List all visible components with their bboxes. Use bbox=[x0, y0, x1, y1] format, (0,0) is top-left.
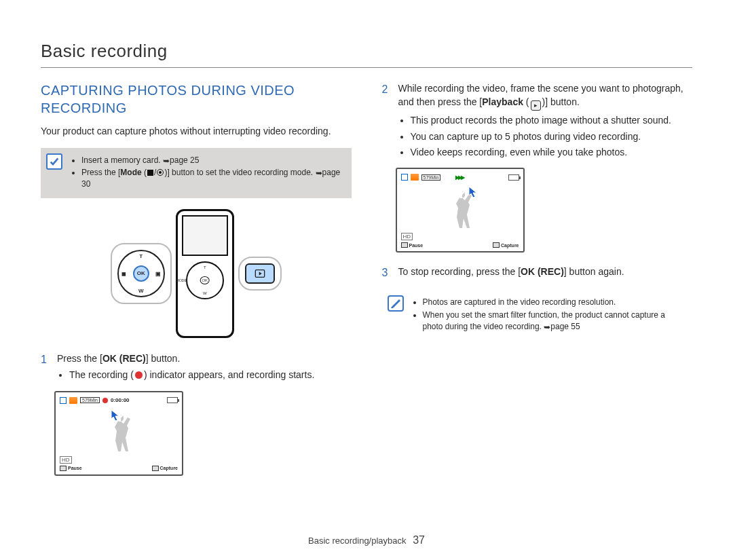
cursor-pointer-icon bbox=[109, 409, 121, 424]
note-text: Press the [ bbox=[81, 168, 120, 177]
page-ref-arrow-icon: ➥ bbox=[544, 322, 550, 333]
dpad-left-label: ◼ bbox=[121, 270, 126, 276]
dpad-up-label: T bbox=[139, 253, 143, 259]
recording-indicator-icon bbox=[135, 371, 143, 379]
step-bullet: This product records the photo image wit… bbox=[411, 113, 693, 127]
left-column: CAPTURING PHOTOS DURING VIDEO RECORDING … bbox=[41, 81, 352, 488]
page-ref-arrow-icon: ➥ bbox=[316, 168, 322, 179]
footer-section: Basic recording/playback bbox=[308, 536, 407, 546]
ok-rec-label: OK (REC) bbox=[102, 353, 146, 364]
remaining-time: 579Min bbox=[80, 397, 100, 403]
soft-button-right-icon bbox=[493, 242, 500, 248]
playback-button-callout bbox=[238, 257, 282, 291]
mode-button: MODE bbox=[176, 278, 187, 282]
dpad-down: W bbox=[203, 291, 207, 295]
page-footer: Basic recording/playback 37 bbox=[0, 534, 733, 546]
note-text: Insert a memory card. bbox=[81, 155, 163, 165]
note-item: Press the [Mode (/)] button to set the v… bbox=[81, 167, 345, 190]
step-number: 2 bbox=[382, 81, 392, 97]
dpad-down-label: W bbox=[138, 288, 144, 294]
video-mode-icon bbox=[147, 170, 153, 176]
intro-paragraph: Your product can capture photos without … bbox=[41, 125, 352, 138]
note-text: )] button to set the video recording mod… bbox=[164, 168, 315, 177]
hd-badge: HD bbox=[401, 233, 413, 240]
device-illustration: OK T W ◼ ▣ T W MODE OK bbox=[41, 209, 352, 338]
note-item: Insert a memory card. ➥page 25 bbox=[81, 155, 345, 166]
note-text: ( bbox=[142, 168, 147, 177]
dpad-up: T bbox=[204, 265, 206, 269]
fast-forward-icon: ▶▶▶ bbox=[455, 174, 464, 181]
step-bullet: The recording () indicator appears, and … bbox=[69, 368, 352, 381]
two-column-layout: CAPTURING PHOTOS DURING VIDEO RECORDING … bbox=[41, 81, 692, 488]
soft-button-right-icon bbox=[152, 466, 159, 471]
page-ref: page 55 bbox=[550, 322, 580, 331]
checkmark-icon bbox=[46, 153, 62, 170]
battery-icon bbox=[167, 397, 178, 403]
device-screen bbox=[182, 215, 228, 256]
prerequisite-note: Insert a memory card. ➥page 25 Press the… bbox=[41, 148, 352, 198]
stby-icon bbox=[60, 397, 67, 404]
device-dpad: T W MODE OK bbox=[186, 261, 224, 299]
section-title: CAPTURING PHOTOS DURING VIDEO RECORDING bbox=[41, 81, 352, 117]
playback-button-inline-icon: ▸ bbox=[531, 100, 541, 111]
note-item: Photos are captured in the video recordi… bbox=[423, 297, 686, 308]
dpad-diagram: OK T W ◼ ▣ bbox=[117, 250, 165, 297]
rec-timer: 0:00:00 bbox=[111, 397, 130, 403]
step-3: 3 To stop recording, press the [OK (REC)… bbox=[382, 265, 693, 280]
soft-button-left-icon bbox=[60, 466, 67, 471]
cursor-pointer-icon bbox=[467, 186, 479, 201]
playback-label: Playback bbox=[482, 96, 523, 107]
hd-badge: HD bbox=[60, 456, 72, 464]
pencil-note-icon bbox=[388, 295, 404, 312]
info-note: Photos are captured in the video recordi… bbox=[382, 290, 693, 340]
playback-button-icon bbox=[245, 263, 275, 284]
page-ref: page 25 bbox=[170, 155, 199, 165]
lcd-screenshot-2: 579Min ▶▶▶ HD Pause Capture bbox=[396, 168, 525, 253]
stby-icon bbox=[401, 174, 408, 181]
step-text: )] button. bbox=[542, 96, 580, 107]
note-item: When you set the smart filter function, … bbox=[423, 310, 686, 333]
dpad-callout: OK T W ◼ ▣ bbox=[111, 243, 172, 304]
page-heading: Basic recording bbox=[41, 41, 692, 62]
page-ref-arrow-icon: ➥ bbox=[163, 155, 170, 167]
step-text: While recording the video, frame the sce… bbox=[398, 83, 683, 107]
ok-rec-label: OK (REC) bbox=[521, 266, 564, 277]
lcd-screenshot-1: 579Min 0:00:00 HD Pause Capture bbox=[54, 391, 183, 476]
rec-dot-icon bbox=[102, 398, 108, 403]
sd-card-icon bbox=[411, 174, 419, 181]
capture-label: Capture bbox=[160, 466, 178, 470]
step-bullet: Video keeps recording, even while you ta… bbox=[411, 145, 693, 159]
camcorder-outline: T W MODE OK bbox=[176, 209, 234, 338]
ok-button-icon: OK bbox=[133, 265, 149, 282]
pause-label: Pause bbox=[409, 243, 424, 248]
step-text: ] button again. bbox=[564, 266, 624, 277]
step-number: 1 bbox=[41, 352, 50, 367]
pause-label: Pause bbox=[68, 466, 82, 470]
dpad-right-label: ▣ bbox=[155, 270, 161, 276]
battery-icon bbox=[508, 174, 519, 181]
step-number: 3 bbox=[382, 265, 392, 280]
page-number: 37 bbox=[413, 534, 425, 546]
heading-rule bbox=[41, 67, 692, 68]
right-column: 2 While recording the video, frame the s… bbox=[382, 81, 693, 488]
sd-card-icon bbox=[69, 397, 77, 404]
ok-center: OK bbox=[200, 276, 210, 284]
svg-marker-1 bbox=[259, 272, 261, 275]
step-2: 2 While recording the video, frame the s… bbox=[382, 81, 693, 161]
soft-button-left-icon bbox=[401, 242, 408, 248]
step-bullet: You can capture up to 5 photos during vi… bbox=[411, 130, 693, 143]
capture-label: Capture bbox=[501, 243, 519, 248]
step-text: Press the [ bbox=[57, 353, 102, 364]
step-text: ] button. bbox=[146, 353, 181, 364]
step-1: 1 Press the [OK (REC)] button. The recor… bbox=[41, 352, 352, 384]
mode-label: Mode bbox=[120, 168, 141, 177]
remaining-time: 579Min bbox=[421, 174, 441, 181]
photo-mode-icon bbox=[157, 169, 164, 176]
step-text: To stop recording, press the [ bbox=[398, 266, 521, 277]
